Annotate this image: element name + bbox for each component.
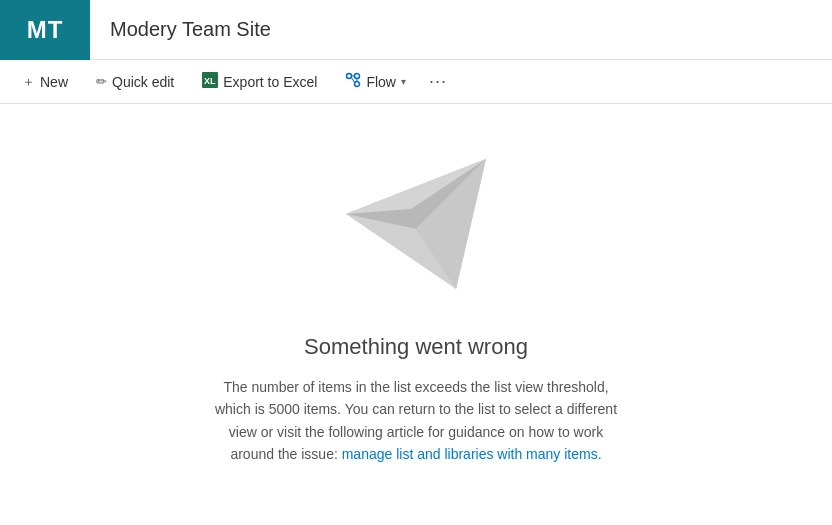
error-title: Something went wrong <box>304 334 528 360</box>
logo-initials: MT <box>27 16 64 44</box>
site-logo: MT <box>0 0 90 60</box>
main-content: Something went wrong The number of items… <box>0 104 832 525</box>
svg-point-3 <box>355 74 360 79</box>
quick-edit-label: Quick edit <box>112 74 174 90</box>
plus-icon: ＋ <box>22 73 35 91</box>
flow-icon <box>345 72 361 91</box>
svg-point-2 <box>347 74 352 79</box>
header: MT Modery Team Site <box>0 0 832 60</box>
new-button[interactable]: ＋ New <box>10 67 80 97</box>
site-title: Modery Team Site <box>110 18 271 41</box>
svg-point-4 <box>355 82 360 87</box>
flow-button[interactable]: Flow ▾ <box>333 66 418 97</box>
ellipsis-icon: ··· <box>429 71 447 92</box>
more-options-button[interactable]: ··· <box>422 66 454 98</box>
new-label: New <box>40 74 68 90</box>
quick-edit-button[interactable]: ✏ Quick edit <box>84 68 186 96</box>
excel-icon: XL <box>202 72 218 91</box>
export-excel-label: Export to Excel <box>223 74 317 90</box>
flow-label: Flow <box>366 74 396 90</box>
toolbar: ＋ New ✏ Quick edit XL Export to Excel Fl… <box>0 60 832 104</box>
svg-text:XL: XL <box>204 76 216 86</box>
flow-chevron-icon: ▾ <box>401 76 406 87</box>
export-excel-button[interactable]: XL Export to Excel <box>190 66 329 97</box>
error-link[interactable]: manage list and libraries with many item… <box>342 446 602 462</box>
error-description: The number of items in the list exceeds … <box>206 376 626 466</box>
error-illustration <box>316 124 516 324</box>
pencil-icon: ✏ <box>96 74 107 89</box>
